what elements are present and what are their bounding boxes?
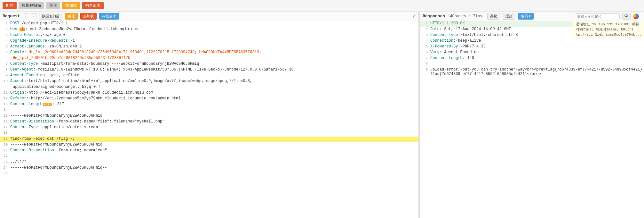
request-line-6: 6 Cookie:·Hm_lvt_2d0601bd28de7d49818249c… [0, 50, 418, 56]
response-code-area[interactable]: 远端地址:39.106.135.198:80; 编辑 时间71ms; 总耗时20… [420, 21, 644, 218]
request-line-15: 15 ------WebKitFormBoundarynjB2WAcSH6J6H… [0, 113, 418, 119]
encode-btn[interactable]: 编码 ▾ [518, 13, 534, 20]
request-line-3: 3 Cache-Control:·max-age=0 [0, 33, 418, 38]
beautify-btn[interactable]: 美化 [46, 2, 60, 9]
svg-point-0 [625, 14, 627, 17]
right-panel: Responses 140bytes / 71ms 美化 渲染 编码 ▾ ️ 远… [420, 12, 644, 218]
request-line-9: 9 Accept-Encoding:·gzip,·deflate [0, 73, 418, 79]
response-line-6: 6 Vary:·Accept-Encoding [420, 50, 644, 56]
request-line-13: 13 Content-Lengthedit:·317 [0, 102, 418, 108]
hot-load-btn[interactable]: 热加载 [62, 2, 80, 9]
construct-btn[interactable]: 构造请求 [82, 2, 104, 9]
hot-load-btn2[interactable]: 热加载 [80, 13, 97, 20]
request-line-7: 7 Content-Type:·multipart/form-data;·bou… [0, 62, 418, 67]
capture-btn[interactable]: 抓包 [3, 2, 17, 9]
request-title: Request [3, 14, 20, 19]
request-line-10b: application/signed-exchange;v=b3;q=0.7 [0, 85, 418, 90]
response-note: 远端地址:39.106.135.198:80; 编辑 时间71ms; 总耗时20… [573, 21, 644, 38]
request-line-5: 5 Accept-Language:·zh-CN,zh;q=0.9 [0, 44, 418, 50]
request-line-6b: Hm_lpvt_2d0601bd28de7d49818249cf35d95943… [0, 56, 418, 62]
request-line-8: 8 User-Agent:·Mozilla/5.0·(Windows·NT·10… [0, 67, 418, 73]
beautify-resp-btn[interactable]: 美化 [487, 13, 500, 20]
render-btn[interactable]: 渲染 [503, 13, 515, 20]
request-line-14: 14 [0, 108, 418, 113]
request-line-18: 18 [0, 131, 418, 137]
response-title: Responses [423, 14, 445, 19]
request-code-area[interactable]: 1 POST /upload.php·HTTP/1.1 2 Host❗: eci… [0, 21, 418, 218]
request-line-10: 10 Accept:·text/html,application/xhtml+x… [0, 79, 418, 85]
request-line-17: 17 Content-Type:·application/octet-strea… [0, 125, 418, 131]
request-line-25: 25 [0, 171, 418, 177]
top-bar-left: 抓包 数据包扫描 美化 热加载 构造请求 [3, 2, 641, 9]
request-line-22: 22 [0, 154, 418, 160]
scan-btn[interactable]: 数据包扫描 [19, 2, 44, 9]
response-line-7: 7 Content-Length:·140 [420, 56, 644, 62]
response-line-4: 4 Connection:·keep-alive [420, 38, 644, 44]
request-line-12: 12 Referer:·http://eci-2zebnaoss5co2ye79… [0, 96, 418, 102]
top-bar: 抓包 数据包扫描 美化 热加载 构造请求 [0, 0, 644, 12]
scan-btn2[interactable]: 数据包扫描 [39, 13, 62, 20]
request-line-21: 21 Content-Disposition:·form-data;·name=… [0, 148, 418, 154]
request-line-24: 24 ------WebKitFormBoundarynjB2WAcSH6J6H… [0, 165, 418, 171]
response-line-9: 9 upload·error,·but·you·can·try·another·… [420, 67, 644, 76]
response-header: Responses 140bytes / 71ms 美化 渲染 编码 ▾ ️ [420, 12, 644, 21]
search-icon [624, 14, 628, 18]
request-line-16: 16 Content-Disposition:·form-data;·name=… [0, 119, 418, 125]
request-line-4: 4 Upgrade-Insecure-Requests:·1 [0, 38, 418, 44]
construct-btn2[interactable]: 构造请求 [99, 13, 119, 20]
chrome-icon [633, 13, 639, 19]
left-panel: Request ‹ › 数据包扫描 美化 热加载 构造请求 ⤢ 1 POST /… [0, 12, 419, 218]
main-content: Request ‹ › 数据包扫描 美化 热加载 构造请求 ⤢ 1 POST /… [0, 12, 644, 218]
nav-prev[interactable]: ‹ [23, 13, 28, 19]
request-line-2: 2 Host❗: eci-2zebnaoss5co2ye79mkn.cloude… [0, 27, 418, 33]
request-line-1: 1 POST /upload.php·HTTP/1.1 [0, 21, 418, 27]
beautify-btn2[interactable]: 美化 [65, 13, 78, 20]
request-line-11: 11 Origin:·http://eci-2zebnaoss5co2ye79m… [0, 90, 418, 96]
expand-icon[interactable]: ⤢ [412, 13, 416, 19]
svg-line-1 [627, 17, 628, 18]
request-line-23: 23 ../t*/* [0, 160, 418, 165]
response-meta: 140bytes / 71ms [448, 14, 482, 19]
request-line-20: 20 ------WebKitFormBoundarynjB2WAcSH6J6H… [0, 142, 418, 148]
request-header: Request ‹ › 数据包扫描 美化 热加载 构造请求 ⤢ [0, 12, 418, 21]
search-button[interactable] [622, 13, 631, 20]
search-input[interactable] [575, 13, 620, 19]
response-line-5: 5 X-Powered-By:·PHP/7.4.33 [420, 44, 644, 50]
response-line-8: 8 [420, 62, 644, 67]
nav-next[interactable]: › [31, 13, 36, 19]
request-line-19: 19 find·/tmp·-exec·cat·/flag·\; [0, 137, 418, 142]
